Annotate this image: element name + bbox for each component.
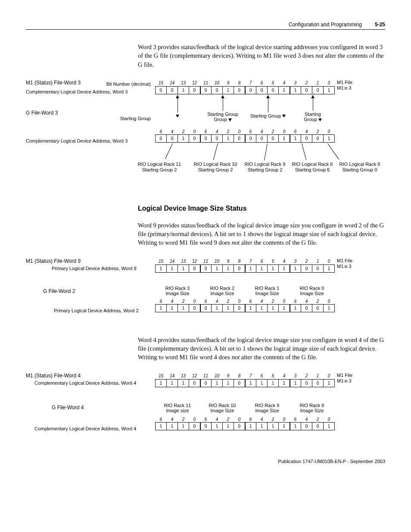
bit-h: 6 bbox=[256, 80, 268, 87]
bit: 0 bbox=[234, 305, 245, 312]
bit: 0 bbox=[268, 135, 279, 143]
bit: 1 bbox=[156, 423, 167, 430]
nib-h: 0 bbox=[234, 129, 245, 135]
bit: 0 bbox=[167, 87, 178, 94]
nib-h: 0 bbox=[189, 129, 200, 135]
m1-e3-label: M1:e.3 bbox=[337, 378, 352, 383]
bit-h: 11 bbox=[200, 258, 212, 265]
m1-file-label: M1 File bbox=[337, 80, 352, 85]
rack9-label: RIO Rack 9Image Size bbox=[245, 403, 290, 413]
nib-h: 4 bbox=[256, 299, 268, 305]
bit: 1 bbox=[156, 265, 167, 273]
nib-h: 2 bbox=[268, 299, 279, 305]
nib-h: 2 bbox=[312, 299, 324, 305]
bit: 1 bbox=[279, 135, 290, 143]
m1-e3-label: M1:e.3 bbox=[337, 264, 352, 269]
bit-h: 1 bbox=[312, 80, 324, 87]
paragraph-word4: Word 4 provides status/feedback of the l… bbox=[138, 336, 385, 362]
bit: 1 bbox=[167, 423, 178, 430]
bit-h: 10 bbox=[212, 373, 223, 380]
m1-file-right: M1 File M1:e.3 bbox=[337, 80, 352, 91]
anno-rack8b: RIO Logical Rack 8Starting Group 0 bbox=[336, 162, 383, 173]
bit-h: 2 bbox=[301, 80, 312, 87]
nib-h: 4 bbox=[256, 417, 268, 423]
bit: 1 bbox=[178, 380, 189, 387]
nib-h: 4 bbox=[301, 129, 312, 135]
bit: 1 bbox=[178, 265, 189, 273]
anno-rack10: RIO Logical Rack 10Starting Group 2 bbox=[190, 162, 241, 173]
bit: 1 bbox=[324, 305, 335, 312]
bit-h: 4 bbox=[279, 80, 290, 87]
bit: 1 bbox=[223, 87, 234, 94]
g-file-word2-title: G File-Word 2 bbox=[43, 288, 75, 294]
bit: 1 bbox=[279, 380, 290, 387]
connector bbox=[213, 143, 218, 160]
bit-h: 3 bbox=[290, 373, 301, 380]
bit-h: 8 bbox=[234, 373, 245, 380]
bit: 0 bbox=[200, 380, 212, 387]
bit: 0 bbox=[245, 87, 256, 94]
bit-number-label: Bit Number (decimal) bbox=[90, 81, 151, 87]
bit: 1 bbox=[279, 305, 290, 312]
comp-addr-word4-label-g: Complementary Logical Device Address, Wo… bbox=[34, 426, 136, 431]
anno-rack9: RIO Logical Rack 9Starting Group 2 bbox=[241, 162, 289, 173]
connector bbox=[165, 143, 173, 159]
bit-h: 0 bbox=[324, 80, 335, 87]
nib-h: 0 bbox=[234, 417, 245, 423]
bit: 0 bbox=[268, 87, 279, 94]
bit: 0 bbox=[301, 423, 312, 430]
arrow-up-icon bbox=[266, 95, 270, 98]
connector bbox=[327, 143, 339, 159]
nib-h: 2 bbox=[178, 417, 189, 423]
nib-h: 2 bbox=[312, 129, 324, 135]
paragraph-word9: Word 9 provides status/feedback of the l… bbox=[138, 221, 385, 247]
bit: 1 bbox=[279, 87, 290, 94]
bit: 1 bbox=[178, 305, 189, 312]
nib-h: 2 bbox=[268, 129, 279, 135]
rack11-label: RIO Rack 11Image size bbox=[155, 403, 200, 413]
anno-rack11: RIO Logical Rack 11Starting Group 2 bbox=[134, 162, 185, 173]
bit-h: 2 bbox=[301, 258, 312, 265]
bit: 1 bbox=[245, 305, 256, 312]
nib-h: 6 bbox=[245, 417, 256, 423]
nib-h: 2 bbox=[178, 129, 189, 135]
rack3-label: RIO Rack 3Image Size bbox=[155, 286, 200, 296]
bit-h: 12 bbox=[189, 373, 200, 380]
bit-h: 1 bbox=[312, 258, 324, 265]
bit: 1 bbox=[167, 380, 178, 387]
bit-h: 6 bbox=[256, 258, 268, 265]
connector bbox=[302, 143, 306, 160]
bit-h: 14 bbox=[167, 80, 178, 87]
bit-h: 10 bbox=[212, 258, 223, 265]
bit-h: 7 bbox=[245, 80, 256, 87]
bit: 0 bbox=[200, 265, 212, 273]
diagram-word4: M1 (Status) File-Word 4 Complementary Lo… bbox=[26, 373, 385, 437]
bit: 0 bbox=[301, 265, 312, 273]
bit: 1 bbox=[212, 423, 223, 430]
para-italic: not bbox=[315, 52, 324, 59]
nib-h: 0 bbox=[279, 299, 290, 305]
bit-h: 11 bbox=[200, 373, 212, 380]
nib-h: 6 bbox=[290, 129, 301, 135]
nib-h: 4 bbox=[301, 299, 312, 305]
bit-h: 13 bbox=[178, 373, 189, 380]
para-italic: not bbox=[232, 354, 240, 361]
bit-h: 12 bbox=[189, 80, 200, 87]
section-heading-image-size-status: Logical Device Image Size Status bbox=[138, 205, 385, 212]
bit-h: 0 bbox=[324, 258, 335, 265]
bit: 1 bbox=[178, 423, 189, 430]
bit: 1 bbox=[268, 380, 279, 387]
bit: 1 bbox=[290, 423, 301, 430]
bit: 0 bbox=[234, 135, 245, 143]
starting-group-lbl: Starting Group bbox=[116, 116, 151, 121]
bit-h: 1 bbox=[312, 373, 324, 380]
bit: 0 bbox=[156, 135, 167, 143]
bit: 0 bbox=[312, 135, 324, 143]
bit: 1 bbox=[324, 265, 335, 273]
bit: 0 bbox=[301, 135, 312, 143]
bit-h: 8 bbox=[234, 80, 245, 87]
bit: 0 bbox=[189, 135, 200, 143]
bit-h: 9 bbox=[223, 258, 234, 265]
bit: 1 bbox=[279, 423, 290, 430]
nib-h: 6 bbox=[200, 129, 212, 135]
